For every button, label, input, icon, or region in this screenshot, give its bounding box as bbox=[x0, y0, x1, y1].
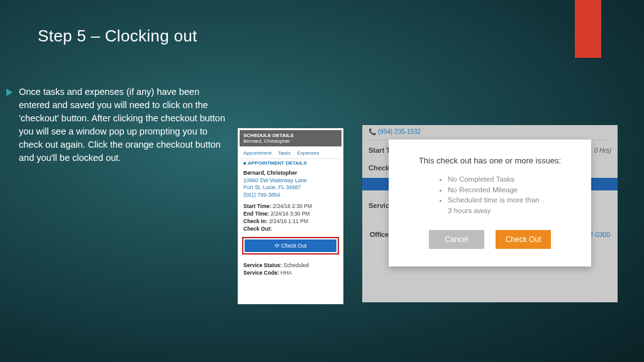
client-name: Bernard, Christopher bbox=[243, 170, 338, 176]
schedule-header: SCHEDULE DETAILS Bernard, Christopher bbox=[240, 130, 341, 146]
slide-title: Step 5 – Clocking out bbox=[38, 26, 197, 46]
tab-appointment[interactable]: Appointment bbox=[243, 150, 272, 156]
appointment-footer: Service Status: Scheduled Service Code: … bbox=[240, 258, 341, 278]
issue-item: Scheduled time is more than 3 hours away bbox=[448, 195, 543, 216]
appointment-details-heading: ■ APPOINTMENT DETAILS bbox=[240, 158, 341, 168]
checkout-button[interactable]: ⟳ Check Out bbox=[245, 239, 336, 252]
client-phone: (561) 799-3854 bbox=[243, 192, 338, 198]
cancel-button[interactable]: Cancel bbox=[429, 230, 484, 249]
checkout-button-highlight: ⟳ Check Out bbox=[242, 237, 339, 255]
end-time-row: End Time: 2/24/16 3:30 PM bbox=[243, 211, 338, 217]
checkin-row: Check In: 2/24/16 1:11 PM bbox=[243, 218, 338, 224]
accent-bar bbox=[575, 0, 601, 58]
tab-expenses[interactable]: Expenses bbox=[297, 150, 319, 156]
top-phone: 📞 (954) 235-1532 bbox=[362, 125, 618, 138]
modal-title: This check out has one or more issues: bbox=[389, 156, 591, 165]
schedule-tabs: Appointment Tasks Expenses bbox=[240, 146, 341, 158]
schedule-details-screenshot: SCHEDULE DETAILS Bernard, Christopher Ap… bbox=[238, 128, 343, 304]
modal-buttons: Cancel Check Out bbox=[389, 230, 591, 249]
modal-issue-list: No Completed Tasks No Recorded Mileage S… bbox=[436, 174, 543, 216]
hours-readout: 0 Hrs) bbox=[594, 147, 611, 154]
addr-line1: 10860 SW Waterway Lane bbox=[243, 177, 338, 184]
checkout-row: Check Out: bbox=[243, 226, 338, 232]
client-address: 10860 SW Waterway Lane Port St. Lucie, F… bbox=[243, 177, 338, 190]
addr-line2: Port St. Lucie, FL 34987 bbox=[243, 184, 338, 191]
schedule-header-title: SCHEDULE DETAILS bbox=[243, 133, 338, 138]
bullet-arrow-icon bbox=[6, 89, 13, 96]
appointment-body: Bernard, Christopher 10860 SW Waterway L… bbox=[240, 168, 341, 233]
bullet-text: Once tasks and expenses (if any) have be… bbox=[19, 85, 226, 165]
tab-tasks[interactable]: Tasks bbox=[278, 150, 291, 156]
slide: Step 5 – Clocking out Once tasks and exp… bbox=[0, 0, 644, 362]
issue-item: No Recorded Mileage bbox=[448, 185, 543, 195]
issue-item: No Completed Tasks bbox=[448, 174, 543, 185]
start-time-row: Start Time: 2/24/16 2:30 PM bbox=[243, 203, 338, 209]
checkout-confirm-button[interactable]: Check Out bbox=[496, 230, 551, 249]
checkout-issues-modal: This check out has one or more issues: N… bbox=[389, 140, 591, 266]
bullet-item: Once tasks and expenses (if any) have be… bbox=[6, 85, 226, 165]
schedule-header-sub: Bernard, Christopher bbox=[243, 138, 338, 144]
